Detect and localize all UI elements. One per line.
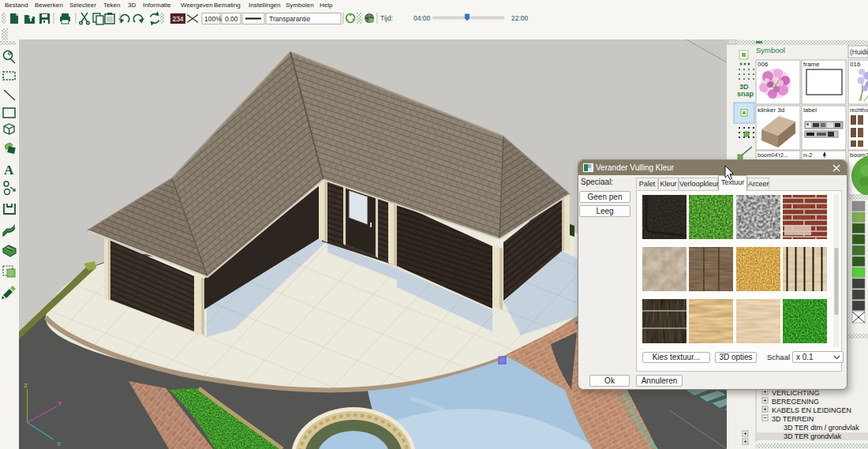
svg-text:100%: 100% bbox=[204, 15, 222, 23]
svg-text:klinker 3d: klinker 3d bbox=[758, 107, 784, 114]
svg-text:3D TER grondvlak: 3D TER grondvlak bbox=[784, 432, 842, 440]
svg-text:3D TERREIN: 3D TERREIN bbox=[772, 415, 814, 423]
svg-text:label: label bbox=[803, 107, 817, 114]
svg-text:Transparantie: Transparantie bbox=[269, 15, 310, 23]
svg-text:BEREGENING: BEREGENING bbox=[772, 398, 819, 406]
svg-text:04:00: 04:00 bbox=[413, 14, 431, 22]
svg-text:KABELS EN LEIDINGEN: KABELS EN LEIDINGEN bbox=[772, 406, 851, 414]
svg-text:Y: Y bbox=[58, 400, 62, 407]
svg-text:3D TER dtm / grondvlak: 3D TER dtm / grondvlak bbox=[784, 424, 859, 432]
svg-text:22:00: 22:00 bbox=[511, 14, 529, 22]
svg-text:frame: frame bbox=[803, 61, 820, 68]
svg-text:X: X bbox=[57, 440, 62, 447]
svg-text:0.00: 0.00 bbox=[225, 15, 238, 23]
svg-text:boom04'r2...: boom04'r2... bbox=[758, 152, 788, 158]
svg-text:A: A bbox=[4, 163, 14, 178]
svg-text:234: 234 bbox=[172, 15, 183, 23]
svg-text:n-2: n-2 bbox=[803, 152, 813, 159]
svg-text:Tijd:: Tijd: bbox=[380, 14, 393, 22]
svg-text:snap: snap bbox=[737, 90, 754, 98]
svg-text:Symbool: Symbool bbox=[756, 46, 785, 54]
svg-text:(Huidig: (Huidig bbox=[850, 48, 868, 56]
svg-text:rechtho...: rechtho... bbox=[850, 107, 868, 113]
svg-text:Z: Z bbox=[24, 382, 28, 389]
svg-text:016: 016 bbox=[850, 61, 861, 68]
svg-text:006: 006 bbox=[758, 61, 769, 68]
